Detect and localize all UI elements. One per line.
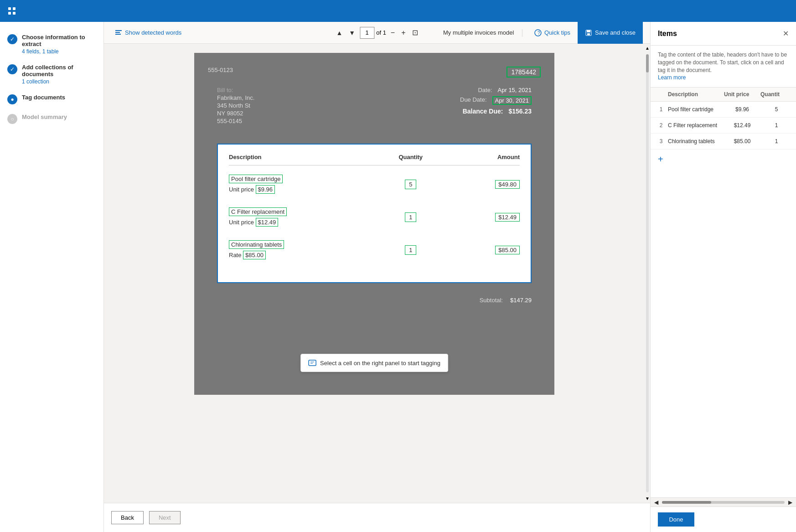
invoice-table: Description Quantity Amount Pool filter … [217,144,532,283]
step2-title: Add collections of documents [22,64,96,77]
item1-price-label: Unit price [229,186,254,193]
due-date-value: Apr 30, 2021 [492,96,532,105]
grid-icon[interactable] [7,6,16,15]
page-number-input[interactable] [360,27,374,39]
fit-page-button[interactable]: ⊡ [410,26,420,39]
items-row2-price[interactable]: $12.49 [724,122,760,129]
step3-title: Tag documents [22,94,65,101]
sidebar-item-step3[interactable]: ● Tag documents [0,89,103,109]
items-row3-price[interactable]: $85.00 [724,138,760,145]
address2: NY 98052 [217,110,254,117]
svg-rect-9 [309,360,316,366]
sidebar-item-step1[interactable]: ✓ Choose information to extract 4 fields… [0,29,103,59]
item2-name: C Filter replacement [229,207,287,216]
top-right-actions: My multiple invoices model | ? Quick tip… [443,22,643,44]
item1-name: Pool filter cartridge [229,175,283,183]
vertical-scrollbar[interactable]: ▲ ▼ [645,44,650,503]
item3-price-val: $85.00 [243,251,266,259]
svg-rect-2 [8,12,11,15]
horizontal-scrollbar[interactable] [662,501,785,504]
item1-qty: 5 [405,180,416,189]
svg-rect-0 [8,7,11,10]
step1-title: Choose information to extract [22,34,96,47]
page-down-button[interactable]: ▼ [347,27,357,38]
invoice-number: 1785442 [507,67,541,77]
item2-amount: $12.49 [495,213,520,222]
step4-icon: ○ [7,114,17,124]
items-col-description: Description [668,91,724,98]
zoom-in-button[interactable]: + [399,27,407,39]
invoice-item-2: C Filter replacement Unit price $12.49 1 [229,207,520,227]
items-row1-price[interactable]: $9.96 [724,106,760,113]
items-col-num [654,91,668,98]
right-panel-title: Items [658,30,677,38]
phone: 555-0145 [217,118,254,124]
step3-icon: ● [7,94,17,104]
svg-text:?: ? [538,31,540,36]
close-panel-button[interactable]: ✕ [783,29,789,38]
invoice-item-1: Pool filter cartridge Unit price $9.96 5 [229,175,520,194]
date-label: Date: [478,87,492,93]
items-row-2[interactable]: 2 C Filter replacement $12.49 1 [651,118,796,134]
right-panel-header: Items ✕ [651,22,796,46]
learn-more-link[interactable]: Learn more [658,74,686,81]
items-row-1[interactable]: 1 Pool filter cartridge $9.96 5 [651,102,796,118]
invoice-header: Bill to: Fabrikam, Inc. 345 North St NY … [203,77,545,134]
doc-scroll[interactable]: 555-0123 1785442 Bill to: Fabrikam, Inc.… [104,44,645,503]
bill-to-label: Bill to: [217,87,254,93]
page-up-button[interactable]: ▲ [334,27,344,38]
items-row1-desc[interactable]: Pool filter cartridge [668,106,724,113]
scroll-track [646,54,649,492]
company-name: Fabrikam, Inc. [217,94,254,101]
items-row2-qty[interactable]: 1 [760,122,792,129]
bottom-nav: Back Next [104,503,650,532]
back-button[interactable]: Back [111,511,144,524]
next-button: Next [149,511,181,524]
subtotal-value: $147.29 [510,297,532,304]
step2-subtitle: 1 collection [22,78,96,85]
item2-qty: 1 [405,212,416,222]
sidebar-item-step2[interactable]: ✓ Add collections of documents 1 collect… [0,59,103,89]
done-button[interactable]: Done [658,512,694,527]
quick-tips-button[interactable]: ? Quick tips [531,27,574,38]
balance-due-value: $156.23 [508,108,532,115]
horizontal-scroll-area: ◀ ▶ [651,497,796,506]
col-amount: Amount [447,154,520,160]
items-row3-desc[interactable]: Chlorinating tablets [668,138,724,145]
scroll-right-button[interactable]: ▶ [788,499,792,506]
col-description: Description [229,154,374,160]
doc-area: 555-0123 1785442 Bill to: Fabrikam, Inc.… [104,44,650,503]
tooltip-bar: Select a cell on the right panel to star… [300,354,448,372]
items-row3-num: 3 [654,138,668,145]
items-row1-num: 1 [654,106,668,113]
items-table-header: Description Unit price Quantit [651,88,796,102]
items-row1-qty[interactable]: 5 [760,106,792,113]
center-area: Show detected words ▲ ▼ of 1 − + ⊡ My mu… [104,22,650,532]
doc-toolbar: Show detected words ▲ ▼ of 1 − + ⊡ My mu… [104,22,650,44]
items-row-3[interactable]: 3 Chlorinating tablets $85.00 1 [651,134,796,150]
save-close-button[interactable]: Save and close [578,22,643,44]
invoice-document: 555-0123 1785442 Bill to: Fabrikam, Inc.… [194,53,554,395]
bill-to: Bill to: Fabrikam, Inc. 345 North St NY … [217,87,254,125]
done-btn-area: Done [651,506,796,532]
model-name-label: My multiple invoices model [443,29,514,36]
item2-price-label: Unit price [229,219,254,226]
zoom-out-button[interactable]: − [389,27,397,39]
items-col-quantity: Quantit [760,91,792,98]
address1: 345 North St [217,102,254,109]
scroll-thumb [646,54,649,72]
scroll-left-button[interactable]: ◀ [654,499,658,506]
page-navigation: ▲ ▼ of 1 − + ⊡ [334,26,419,39]
invoice-item-3: Chlorinating tablets Rate $85.00 1 [229,240,520,259]
date-value: Apr 15, 2021 [498,87,532,93]
item1-price-val: $9.96 [256,185,275,194]
step1-subtitle: 4 fields, 1 table [22,48,96,55]
scrollbar-thumb [662,501,711,504]
items-row2-desc[interactable]: C Filter replacement [668,122,724,129]
item2-price-val: $12.49 [256,218,279,227]
add-row-button[interactable]: + [651,150,671,169]
items-row2-num: 2 [654,122,668,129]
sidebar-item-step4[interactable]: ○ Model summary [0,109,103,129]
show-detected-words-button[interactable]: Show detected words [111,27,185,38]
items-row3-qty[interactable]: 1 [760,138,792,145]
